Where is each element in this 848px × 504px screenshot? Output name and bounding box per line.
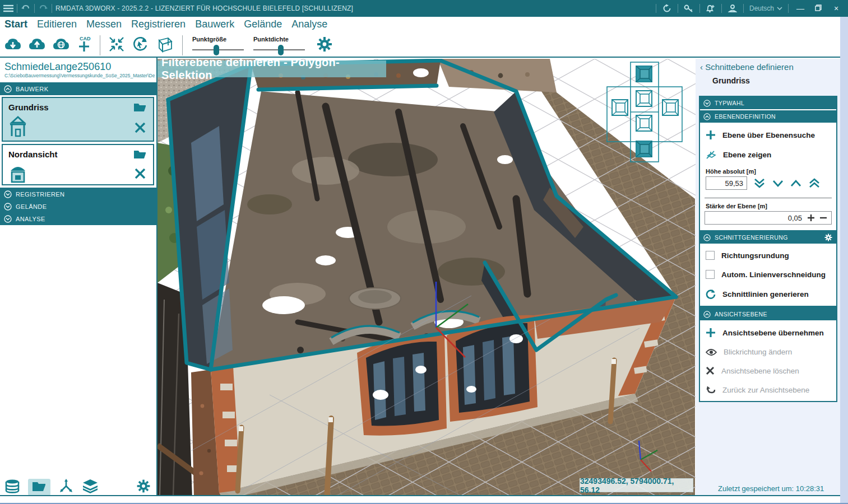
settings-gear-icon[interactable] [136,478,151,496]
project-sidebar: SchmiedeLange250610 C:\ScieboBauvermessu… [0,58,157,495]
point-size-slider[interactable] [192,45,244,55]
eye-icon [706,348,717,356]
floorplan-building-icon [7,115,29,141]
decrement-icon[interactable] [819,213,828,222]
key-icon[interactable] [684,3,694,13]
section-gelaende[interactable]: GELÄNDE [0,200,156,213]
tab-analyse[interactable]: Analyse [291,18,327,30]
richtungsrundung-checkbox[interactable]: Richtungsrundung [700,246,836,265]
linienverschneidung-checkbox[interactable]: Autom. Linienverschneidung [700,265,836,284]
folder-open-icon[interactable] [133,148,147,162]
checkbox-icon[interactable] [706,251,715,260]
section-schnittgenerierung[interactable]: SCHNITTGENERIERUNG [700,231,836,244]
plus-icon [706,328,716,338]
chevron-up-circle-icon [703,113,711,120]
undo-arrow-icon [706,385,716,394]
settings-gear-icon[interactable] [316,35,333,55]
ebene-zeigen-button[interactable]: Ebene zeigen [700,145,836,165]
delete-x-icon[interactable] [134,122,146,136]
refresh-icon[interactable] [662,3,672,13]
view-right-cube[interactable] [662,100,678,115]
hamburger-icon[interactable] [3,3,13,13]
view-front-cube[interactable] [636,91,652,106]
cad-plus-icon[interactable]: CAD [76,35,92,56]
schnittlinien-generieren-button[interactable]: Schnittlinien generieren [700,284,836,306]
minimize-button[interactable]: — [794,4,807,13]
redo-icon[interactable] [38,3,48,13]
viewport-3d[interactable]: Filterebene definieren - Polygon-Selekti… [157,59,696,498]
view-top-cube[interactable] [636,66,652,82]
ribbon: Start Editieren Messen Registrieren Bauw… [0,17,840,57]
blickrichtung-aendern-button[interactable]: Blickrichtung ändern [700,343,836,361]
double-chevron-up-icon[interactable] [808,178,821,189]
section-bauwerk[interactable]: BAUWERK [0,82,156,95]
restore-button[interactable] [812,4,824,13]
hoehe-label: Höhe absolut [m] [700,165,836,176]
folder-open-icon [31,480,47,492]
house-front-icon [7,162,29,186]
bell-add-icon[interactable] [706,3,716,13]
chevron-down-circle-icon [4,190,12,198]
undo-icon[interactable] [21,3,31,13]
folder-tab-active[interactable] [28,479,50,496]
user-icon[interactable] [727,3,738,13]
point-density-label: Punktdichte [253,36,305,43]
view-left-cube[interactable] [612,100,628,115]
tab-start[interactable]: Start [4,18,27,30]
clip-box-icon[interactable] [155,35,175,56]
orbit-icon[interactable] [131,35,150,55]
view-bottom-cube[interactable] [636,141,652,157]
layers-icon[interactable] [82,479,99,496]
panel-back-button[interactable]: ‹ Schnittebene definieren [700,62,794,72]
project-name: SchmiedeLange250610 [4,61,111,73]
tab-messen[interactable]: Messen [86,18,122,30]
point-size-slider-group: Punktgröße [192,36,244,55]
ansichtsebene-uebernehmen-button[interactable]: Ansichtsebene übernehmen [700,323,836,343]
section-analyse[interactable]: ANALYSE [0,212,156,225]
chevron-up-circle-icon [4,85,12,93]
chevron-up-icon[interactable] [790,179,802,188]
double-chevron-down-icon[interactable] [753,178,766,189]
section-registrieren[interactable]: REGISTRIEREN [0,188,156,200]
section-ebenendefinition[interactable]: EBENENDEFINITION [700,110,836,123]
section-gear-icon[interactable] [824,233,833,242]
chevron-down-icon[interactable] [772,179,784,188]
folder-open-icon[interactable] [133,101,147,115]
language-select[interactable]: Deutsch [749,4,782,12]
section-ansichtsebene[interactable]: ANSICHTSEBENE [700,308,836,320]
axes-icon[interactable] [58,479,74,496]
ansichtsebene-box: ANSICHTSEBENE Ansichtsebene übernehmen B… [699,307,837,402]
hoehe-input[interactable]: 59,53 [706,176,747,190]
delete-x-icon[interactable] [134,167,146,182]
point-size-label: Punktgröße [192,36,244,43]
tab-registrieren[interactable]: Registrieren [131,18,186,30]
svg-text:CAD: CAD [80,36,91,41]
cloud-upload-icon[interactable] [27,36,47,55]
fit-view-icon[interactable] [108,35,126,55]
tab-bauwerk[interactable]: Bauwerk [195,18,234,30]
checkbox-icon[interactable] [706,270,715,279]
point-density-slider[interactable] [253,45,305,55]
card-grundriss-title: Grundriss [8,102,49,112]
tab-gelaende[interactable]: Gelände [244,18,282,30]
chevron-down-circle-icon [4,203,12,211]
view-back-cube[interactable] [636,115,652,131]
panel-subtitle: Grundriss [712,76,750,85]
staerke-input[interactable]: 0,05 [705,211,832,225]
cloud-download-icon[interactable] [3,36,22,55]
card-nordansicht[interactable]: Nordansicht [2,144,154,185]
tab-editieren[interactable]: Editieren [37,18,77,30]
window-scrollbar[interactable] [840,17,848,503]
card-nordansicht-title: Nordansicht [8,150,58,159]
increment-icon[interactable] [807,213,815,222]
card-grundriss[interactable]: Grundriss [2,97,154,142]
point-density-slider-group: Punktdichte [253,36,305,55]
ebene-ebenensuche-button[interactable]: Ebene über Ebenensuche [700,125,836,145]
section-typwahl[interactable]: TYPWAHL [700,97,836,109]
ansichtsebene-loeschen-button[interactable]: Ansichtsebene löschen [700,361,836,380]
cloud-sync-icon[interactable] [52,36,71,55]
database-icon[interactable] [4,479,20,496]
zurueck-ansichtsebene-button[interactable]: Zurück zur Ansichtsebene [700,380,836,401]
viewport-3d-scene[interactable] [157,59,696,498]
close-button[interactable]: × [830,4,842,13]
